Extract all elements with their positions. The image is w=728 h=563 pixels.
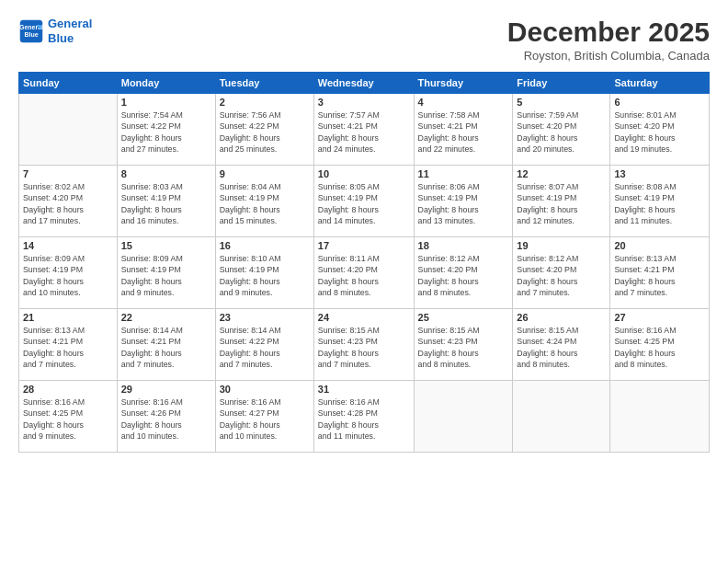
- day-info: Sunrise: 8:01 AM Sunset: 4:20 PM Dayligh…: [614, 109, 705, 155]
- col-thursday: Thursday: [414, 73, 513, 94]
- svg-text:Blue: Blue: [24, 31, 38, 38]
- table-cell: 16Sunrise: 8:10 AM Sunset: 4:19 PM Dayli…: [215, 237, 313, 309]
- calendar-table: Sunday Monday Tuesday Wednesday Thursday…: [18, 72, 710, 453]
- day-number: 28: [23, 384, 113, 395]
- day-number: 3: [318, 97, 410, 108]
- table-cell: [414, 381, 513, 453]
- day-info: Sunrise: 7:57 AM Sunset: 4:21 PM Dayligh…: [318, 109, 410, 155]
- table-cell: 22Sunrise: 8:14 AM Sunset: 4:21 PM Dayli…: [117, 309, 215, 381]
- logo-text: General Blue: [48, 17, 92, 45]
- col-sunday: Sunday: [19, 73, 118, 94]
- table-cell: [513, 381, 610, 453]
- day-info: Sunrise: 8:11 AM Sunset: 4:20 PM Dayligh…: [318, 253, 410, 298]
- calendar-header-row: Sunday Monday Tuesday Wednesday Thursday…: [19, 73, 710, 94]
- table-cell: 4Sunrise: 7:58 AM Sunset: 4:21 PM Daylig…: [414, 94, 513, 166]
- table-cell: 29Sunrise: 8:16 AM Sunset: 4:26 PM Dayli…: [117, 381, 215, 453]
- day-info: Sunrise: 8:08 AM Sunset: 4:19 PM Dayligh…: [614, 181, 705, 226]
- day-number: 18: [418, 240, 509, 251]
- table-cell: 3Sunrise: 7:57 AM Sunset: 4:21 PM Daylig…: [313, 94, 414, 166]
- week-row-2: 14Sunrise: 8:09 AM Sunset: 4:19 PM Dayli…: [19, 237, 710, 309]
- day-number: 31: [318, 384, 410, 395]
- col-monday: Monday: [117, 73, 215, 94]
- day-info: Sunrise: 8:09 AM Sunset: 4:19 PM Dayligh…: [23, 253, 113, 298]
- table-cell: 27Sunrise: 8:16 AM Sunset: 4:25 PM Dayli…: [610, 309, 710, 381]
- day-info: Sunrise: 8:12 AM Sunset: 4:20 PM Dayligh…: [517, 253, 606, 298]
- day-info: Sunrise: 8:10 AM Sunset: 4:19 PM Dayligh…: [220, 253, 310, 298]
- table-cell: 12Sunrise: 8:07 AM Sunset: 4:19 PM Dayli…: [513, 166, 610, 237]
- table-cell: 15Sunrise: 8:09 AM Sunset: 4:19 PM Dayli…: [117, 237, 215, 309]
- day-info: Sunrise: 7:56 AM Sunset: 4:22 PM Dayligh…: [220, 109, 310, 155]
- day-number: 10: [318, 168, 410, 179]
- table-cell: 10Sunrise: 8:05 AM Sunset: 4:19 PM Dayli…: [313, 166, 414, 237]
- day-number: 29: [121, 384, 211, 395]
- day-number: 15: [121, 240, 211, 251]
- day-number: 24: [318, 312, 410, 323]
- day-number: 17: [318, 240, 410, 251]
- table-cell: [19, 94, 118, 166]
- day-number: 7: [23, 168, 113, 179]
- table-cell: 19Sunrise: 8:12 AM Sunset: 4:20 PM Dayli…: [513, 237, 610, 309]
- logo-icon: General Blue: [18, 18, 44, 44]
- title-block: December 2025 Royston, British Columbia,…: [507, 17, 710, 63]
- day-info: Sunrise: 8:14 AM Sunset: 4:22 PM Dayligh…: [220, 325, 310, 370]
- day-info: Sunrise: 7:59 AM Sunset: 4:20 PM Dayligh…: [517, 109, 606, 155]
- table-cell: 8Sunrise: 8:03 AM Sunset: 4:19 PM Daylig…: [117, 166, 215, 237]
- table-cell: 1Sunrise: 7:54 AM Sunset: 4:22 PM Daylig…: [117, 94, 215, 166]
- table-cell: 13Sunrise: 8:08 AM Sunset: 4:19 PM Dayli…: [610, 166, 710, 237]
- week-row-4: 28Sunrise: 8:16 AM Sunset: 4:25 PM Dayli…: [19, 381, 710, 453]
- day-number: 30: [220, 384, 310, 395]
- table-cell: 20Sunrise: 8:13 AM Sunset: 4:21 PM Dayli…: [610, 237, 710, 309]
- page: General Blue General Blue December 2025 …: [0, 0, 728, 563]
- day-number: 11: [418, 168, 509, 179]
- day-info: Sunrise: 8:12 AM Sunset: 4:20 PM Dayligh…: [418, 253, 509, 298]
- day-number: 14: [23, 240, 113, 251]
- day-info: Sunrise: 8:16 AM Sunset: 4:27 PM Dayligh…: [220, 396, 310, 442]
- day-number: 9: [220, 168, 310, 179]
- day-info: Sunrise: 8:04 AM Sunset: 4:19 PM Dayligh…: [220, 181, 310, 226]
- day-number: 20: [614, 240, 705, 251]
- col-wednesday: Wednesday: [313, 73, 414, 94]
- table-cell: 17Sunrise: 8:11 AM Sunset: 4:20 PM Dayli…: [313, 237, 414, 309]
- table-cell: 24Sunrise: 8:15 AM Sunset: 4:23 PM Dayli…: [313, 309, 414, 381]
- day-number: 19: [517, 240, 606, 251]
- table-cell: 30Sunrise: 8:16 AM Sunset: 4:27 PM Dayli…: [215, 381, 313, 453]
- col-tuesday: Tuesday: [215, 73, 313, 94]
- table-cell: 25Sunrise: 8:15 AM Sunset: 4:23 PM Dayli…: [414, 309, 513, 381]
- month-title: December 2025: [507, 17, 710, 47]
- day-number: 12: [517, 168, 606, 179]
- location: Royston, British Columbia, Canada: [507, 49, 710, 63]
- header: General Blue General Blue December 2025 …: [18, 17, 710, 63]
- day-number: 2: [220, 97, 310, 108]
- day-info: Sunrise: 7:58 AM Sunset: 4:21 PM Dayligh…: [418, 109, 509, 155]
- day-info: Sunrise: 8:13 AM Sunset: 4:21 PM Dayligh…: [23, 325, 113, 370]
- day-info: Sunrise: 8:14 AM Sunset: 4:21 PM Dayligh…: [121, 325, 211, 370]
- table-cell: 9Sunrise: 8:04 AM Sunset: 4:19 PM Daylig…: [215, 166, 313, 237]
- day-number: 26: [517, 312, 606, 323]
- week-row-1: 7Sunrise: 8:02 AM Sunset: 4:20 PM Daylig…: [19, 166, 710, 237]
- day-info: Sunrise: 8:16 AM Sunset: 4:26 PM Dayligh…: [121, 396, 211, 442]
- day-info: Sunrise: 8:15 AM Sunset: 4:23 PM Dayligh…: [318, 325, 410, 370]
- week-row-0: 1Sunrise: 7:54 AM Sunset: 4:22 PM Daylig…: [19, 94, 710, 166]
- table-cell: 14Sunrise: 8:09 AM Sunset: 4:19 PM Dayli…: [19, 237, 118, 309]
- day-info: Sunrise: 8:03 AM Sunset: 4:19 PM Dayligh…: [121, 181, 211, 226]
- day-number: 21: [23, 312, 113, 323]
- day-info: Sunrise: 7:54 AM Sunset: 4:22 PM Dayligh…: [121, 109, 211, 155]
- day-number: 5: [517, 97, 606, 108]
- week-row-3: 21Sunrise: 8:13 AM Sunset: 4:21 PM Dayli…: [19, 309, 710, 381]
- day-info: Sunrise: 8:06 AM Sunset: 4:19 PM Dayligh…: [418, 181, 509, 226]
- table-cell: 6Sunrise: 8:01 AM Sunset: 4:20 PM Daylig…: [610, 94, 710, 166]
- day-info: Sunrise: 8:05 AM Sunset: 4:19 PM Dayligh…: [318, 181, 410, 226]
- table-cell: 31Sunrise: 8:16 AM Sunset: 4:28 PM Dayli…: [313, 381, 414, 453]
- col-friday: Friday: [513, 73, 610, 94]
- table-cell: 5Sunrise: 7:59 AM Sunset: 4:20 PM Daylig…: [513, 94, 610, 166]
- day-number: 16: [220, 240, 310, 251]
- day-info: Sunrise: 8:13 AM Sunset: 4:21 PM Dayligh…: [614, 253, 705, 298]
- col-saturday: Saturday: [610, 73, 710, 94]
- day-info: Sunrise: 8:02 AM Sunset: 4:20 PM Dayligh…: [23, 181, 113, 226]
- table-cell: 2Sunrise: 7:56 AM Sunset: 4:22 PM Daylig…: [215, 94, 313, 166]
- day-info: Sunrise: 8:15 AM Sunset: 4:24 PM Dayligh…: [517, 325, 606, 370]
- table-cell: 11Sunrise: 8:06 AM Sunset: 4:19 PM Dayli…: [414, 166, 513, 237]
- day-number: 22: [121, 312, 211, 323]
- day-number: 8: [121, 168, 211, 179]
- day-number: 1: [121, 97, 211, 108]
